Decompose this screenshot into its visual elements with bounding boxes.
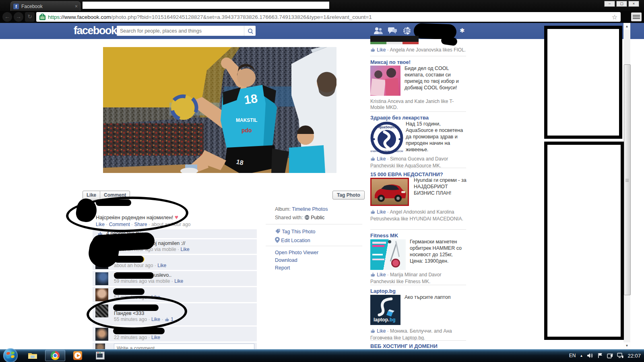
start-button[interactable]	[3, 348, 18, 362]
redaction-box-tab-area	[83, 2, 329, 9]
window-minimize-button[interactable]: –	[604, 1, 615, 7]
aquasource-ring-text: ENERGY · ACTION · FREEDOM	[371, 150, 403, 152]
sidebar-footer-title[interactable]: ВЕБ ХОСТИНГ И ДОМЕНИ	[370, 343, 438, 349]
jersey-number: 18	[243, 92, 258, 107]
album-link[interactable]: Timeline Photos	[292, 206, 328, 212]
avatar[interactable]	[95, 288, 108, 301]
divider	[370, 340, 466, 341]
search-input[interactable]	[117, 28, 244, 34]
comment-meta: about an hour ago ·	[114, 263, 156, 268]
facebook-logo[interactable]: facebook	[74, 25, 117, 37]
ad-title-link[interactable]: Fitness MK	[370, 232, 398, 239]
redaction-box-bottom	[544, 142, 624, 340]
like-button[interactable]: Like	[83, 191, 100, 199]
comment-like-link[interactable]: Like	[181, 247, 190, 252]
power-plug-icon[interactable]	[607, 353, 613, 358]
scrollbar-thumb[interactable]	[624, 64, 631, 295]
comment-meta: 59 minutes ago via mobile ·	[114, 278, 173, 284]
ad-title-link[interactable]: 15 000 ЕВРА НЕДОСТАПНИ?	[370, 171, 443, 177]
taskbar-app-button[interactable]	[90, 350, 110, 361]
search-box[interactable]	[117, 26, 256, 36]
ad-body: Биди дел од COOL екипата, состави си при…	[405, 65, 466, 91]
thumb-up-icon	[370, 328, 376, 335]
ad-image-aquasource[interactable]: AquaSource ENERGY · ACTION · FREEDOM	[370, 121, 403, 154]
notifications-globe-icon[interactable]	[402, 27, 411, 35]
taskbar-chrome-button[interactable]	[45, 350, 65, 361]
network-icon[interactable]	[617, 353, 623, 358]
comment-like-link[interactable]: Like	[174, 278, 183, 284]
tag-photo-button[interactable]: Tag Photo	[332, 191, 365, 200]
facebook-favicon-icon: f	[13, 4, 19, 9]
bookmark-star-icon[interactable]: ☆	[612, 13, 617, 21]
ad-image-laptopbg[interactable]: laptop. bg	[370, 295, 400, 325]
browser-toolbar: ← → ↻ https://www.facebook.com/photo.php…	[0, 11, 644, 23]
browser-menu-icon[interactable]	[631, 12, 642, 21]
messages-icon[interactable]	[388, 27, 397, 35]
ad-image[interactable]	[370, 66, 400, 96]
jersey-sponsor2: pdo	[242, 127, 252, 134]
tag-this-photo[interactable]: Tag This Photo	[275, 228, 316, 234]
ad-like-link[interactable]: Like	[377, 328, 386, 334]
fiol-social-text: Angela Ane Jovanovska likes FIOL.	[390, 47, 466, 53]
taskbar-media-player-button[interactable]	[68, 350, 88, 361]
fiol-ad-image[interactable]	[370, 36, 419, 44]
comment-meta: 22 minutes ago ·	[114, 335, 150, 340]
location-pin-icon	[275, 237, 280, 243]
address-bar[interactable]: https://www.facebook.com/photo.php?fbid=…	[36, 12, 621, 22]
redaction-bar-name	[114, 256, 144, 263]
refresh-button[interactable]: ↻	[25, 12, 35, 22]
tab-title: Facebook	[21, 4, 75, 9]
action-center-flag-icon[interactable]	[597, 353, 603, 358]
handball-photo[interactable]: 18 MAKSTIL pdo 18	[103, 47, 336, 173]
download-link[interactable]: Download	[275, 257, 297, 263]
avatar[interactable]	[95, 272, 108, 285]
report-link[interactable]: Report	[275, 265, 290, 271]
taskbar: EN ▲ 22:07	[0, 349, 644, 362]
ad-social: Kristina Anceva and Kate Janich like T-M…	[370, 99, 466, 111]
window-close-button[interactable]: ×	[628, 1, 639, 7]
chrome-icon	[51, 351, 60, 360]
scrollbar[interactable]: ▲ ▼	[623, 23, 630, 349]
fiol-like-link[interactable]: Like	[377, 47, 386, 53]
ad-like-link[interactable]: Like	[377, 156, 386, 162]
scrollbar-down-icon[interactable]: ▼	[623, 342, 630, 349]
ad-like-link[interactable]: Like	[377, 272, 386, 278]
edit-location[interactable]: Edit Location	[275, 237, 310, 243]
aquasource-logo-text: AquaSource	[377, 125, 397, 129]
divider	[370, 285, 466, 285]
taskbar-clock[interactable]: 22:07	[627, 353, 641, 359]
browser-tab-strip: f Facebook × – ▢ ×	[0, 0, 644, 11]
language-indicator[interactable]: EN	[569, 353, 576, 358]
open-photo-viewer-link[interactable]: Open Photo Viewer	[275, 250, 318, 255]
media-player-icon	[73, 351, 82, 360]
window-maximize-button[interactable]: ▢	[616, 1, 627, 7]
gear-icon[interactable]: ✱	[460, 27, 465, 34]
avatar[interactable]	[95, 328, 108, 341]
comment-like-link[interactable]: Like	[157, 263, 166, 268]
volume-icon[interactable]	[587, 353, 593, 358]
taskbar-explorer-button[interactable]	[23, 350, 43, 361]
forward-button[interactable]: →	[14, 12, 23, 22]
redaction-box-top	[544, 26, 622, 139]
divider	[370, 111, 466, 112]
tab-close-icon[interactable]: ×	[75, 4, 78, 9]
ad-image-fitness[interactable]	[370, 239, 406, 270]
jersey-sponsor: MAKSTIL	[236, 117, 257, 123]
laptopbg-logo-white: laptop.	[374, 317, 389, 323]
ad-title-link[interactable]: Laptop.bg	[370, 288, 396, 294]
ad-image-car[interactable]	[370, 178, 409, 206]
friend-requests-icon[interactable]	[374, 27, 383, 35]
divider	[370, 229, 466, 230]
shared-with-line: Shared with: Public	[275, 215, 324, 220]
comment-like-link[interactable]: Like	[151, 335, 160, 340]
search-button[interactable]	[244, 26, 256, 36]
scrollbar-up-icon[interactable]: ▲	[623, 23, 630, 30]
back-button[interactable]: ←	[2, 12, 12, 22]
tray-expand-icon[interactable]: ▲	[580, 354, 583, 358]
url-host: ://www.facebook.com	[60, 14, 111, 20]
ad-title-link[interactable]: Миксај по твое!	[370, 59, 411, 65]
ad-title-link[interactable]: Здравје без лекарства	[370, 115, 429, 121]
ad-social: Like · Marija Mlinar and Davor Panchevsk…	[370, 272, 466, 285]
ad-like-link[interactable]: Like	[377, 209, 386, 215]
browser-tab-facebook[interactable]: f Facebook ×	[10, 1, 80, 11]
